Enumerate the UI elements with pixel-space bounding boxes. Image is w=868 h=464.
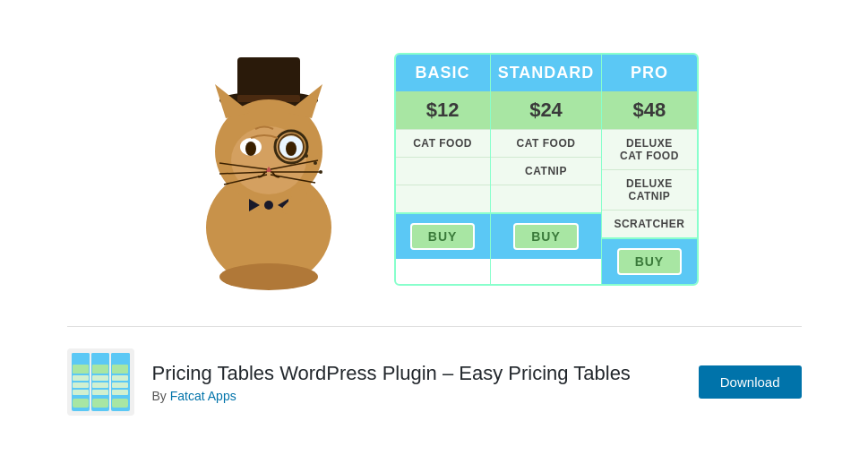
page-wrapper: BASIC $12 CAT FOOD — — BUY STANDARD $24 … [0, 0, 868, 464]
plugin-text: Pricing Tables WordPress Plugin – Easy P… [152, 362, 681, 403]
basic-feature-2: — [396, 157, 490, 185]
svg-rect-42 [73, 382, 89, 388]
pricing-table: BASIC $12 CAT FOOD — — BUY STANDARD $24 … [394, 53, 699, 286]
standard-feature-1: CAT FOOD [491, 129, 602, 157]
download-button[interactable]: Download [699, 365, 802, 399]
svg-rect-40 [92, 375, 108, 381]
plugin-title: Pricing Tables WordPress Plugin – Easy P… [152, 362, 681, 385]
svg-rect-50 [112, 399, 128, 408]
svg-rect-36 [73, 365, 89, 374]
plugin-icon [67, 348, 134, 416]
svg-point-26 [264, 201, 273, 210]
pro-feature-1: DELUXE CAT FOOD [602, 129, 696, 169]
standard-feature-3: — [491, 185, 602, 212]
standard-header: STANDARD [491, 55, 602, 91]
svg-rect-35 [111, 353, 130, 364]
svg-rect-34 [91, 353, 109, 364]
svg-point-21 [305, 154, 308, 158]
svg-rect-38 [112, 365, 128, 374]
plugin-author: By Fatcat Apps [152, 389, 681, 403]
basic-header: BASIC [396, 55, 490, 91]
pro-buy-btn-wrapper: BUY [602, 237, 696, 284]
svg-point-22 [314, 161, 317, 165]
svg-rect-39 [73, 375, 89, 381]
plugin-info-row: Pricing Tables WordPress Plugin – Easy P… [67, 326, 802, 416]
plugin-author-link[interactable]: Fatcat Apps [170, 389, 236, 403]
pricing-columns: BASIC $12 CAT FOOD — — BUY STANDARD $24 … [396, 55, 697, 284]
pro-feature-2: DELUXE CATNIP [602, 169, 696, 210]
standard-buy-btn-wrapper: BUY [491, 212, 602, 259]
svg-rect-47 [112, 390, 128, 395]
svg-point-23 [319, 170, 322, 174]
svg-point-12 [245, 142, 256, 156]
svg-rect-43 [92, 382, 108, 388]
basic-feature-3: — [396, 185, 490, 212]
standard-feature-2: CATNIP [491, 157, 602, 185]
svg-point-13 [286, 142, 296, 156]
svg-rect-41 [112, 375, 128, 381]
svg-rect-48 [73, 399, 89, 408]
svg-rect-33 [72, 353, 90, 364]
svg-rect-44 [112, 382, 128, 388]
pro-price: $48 [602, 91, 696, 129]
basic-buy-btn-wrapper: BUY [396, 212, 490, 259]
pricing-col-basic: BASIC $12 CAT FOOD — — BUY [396, 55, 490, 284]
svg-rect-49 [92, 399, 108, 408]
cat-illustration [170, 48, 367, 290]
pro-buy-button[interactable]: BUY [617, 248, 683, 275]
plugin-author-prefix: By [152, 389, 167, 403]
pricing-col-standard: STANDARD $24 CAT FOOD CATNIP — BUY [490, 55, 602, 284]
basic-price: $12 [396, 91, 490, 129]
svg-rect-45 [73, 390, 89, 395]
standard-buy-button[interactable]: BUY [513, 223, 579, 250]
pro-header: PRO [602, 55, 696, 91]
svg-point-28 [219, 263, 318, 290]
svg-rect-46 [92, 390, 108, 395]
pro-feature-3: SCRATCHER [602, 210, 696, 237]
basic-buy-button[interactable]: BUY [410, 223, 476, 250]
pricing-visual-section: BASIC $12 CAT FOOD — — BUY STANDARD $24 … [170, 48, 699, 290]
basic-feature-1: CAT FOOD [396, 129, 490, 157]
standard-price: $24 [491, 91, 602, 129]
pricing-col-pro: PRO $48 DELUXE CAT FOOD DELUXE CATNIP SC… [601, 55, 696, 284]
svg-rect-37 [92, 365, 108, 374]
